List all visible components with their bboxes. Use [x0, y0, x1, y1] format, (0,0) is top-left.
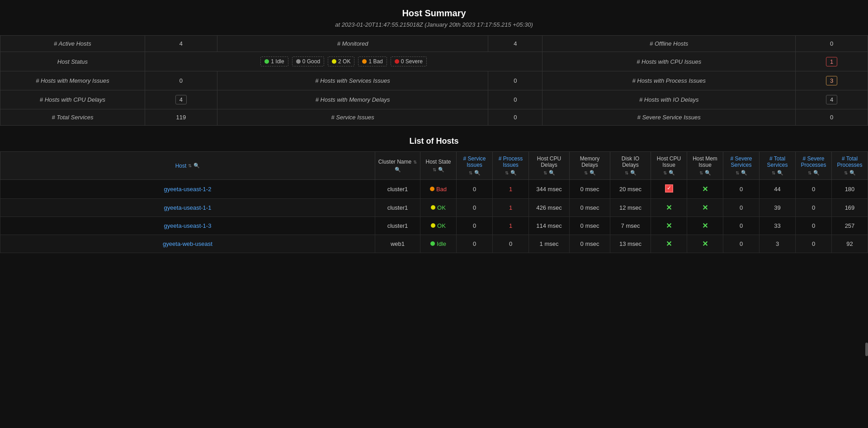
mem-issue-x: ✕ [702, 222, 708, 230]
total-processes-cell: 180 [832, 180, 868, 199]
active-hosts-label: # Active Hosts [0, 36, 145, 52]
service-issues-label: # Service Issues [217, 109, 488, 126]
monitored-label: # Monitored [217, 36, 488, 52]
status-idle[interactable]: 1 Idle [260, 56, 288, 66]
memory-delays-cell: 0 msec [570, 217, 610, 235]
cpu-issue-cell: ✕ [651, 235, 687, 253]
total-svc-sort-icon[interactable]: ⇅ [772, 170, 775, 175]
total-proc-sort-icon[interactable]: ⇅ [844, 170, 848, 175]
total-processes-cell: 92 [832, 235, 868, 253]
col-severe-services: # Severe Services ⇅ 🔍 [723, 152, 760, 180]
good-dot [296, 59, 301, 64]
mem-issue-x: ✕ [702, 185, 708, 193]
proc-issues-sort-icon[interactable]: ⇅ [505, 170, 509, 175]
cpu-issue-sort-icon[interactable]: ⇅ [663, 170, 667, 175]
status-good[interactable]: 0 Good [292, 56, 324, 66]
disk-io-delays-cell: 7 msec [610, 217, 651, 235]
host-filter-icon[interactable]: 🔍 [193, 163, 200, 169]
severe-services-cell: 0 [723, 180, 760, 199]
host-name-cell: gyeeta-useast-1-3 [0, 217, 375, 235]
process-issues-cell: 1 [493, 199, 529, 217]
mem-delays-filter-icon[interactable]: 🔍 [590, 170, 596, 176]
severe-processes-cell: 0 [796, 217, 832, 235]
cpu-delays-cell: 114 msec [529, 217, 570, 235]
mem-issue-x: ✕ [702, 204, 708, 212]
table-row: gyeeta-web-useastweb1Idle001 msec0 msec1… [0, 235, 868, 253]
cpu-issue-checkbox [665, 184, 673, 193]
service-issues-value: 0 [488, 109, 542, 126]
scrollbar-thumb[interactable] [865, 343, 868, 356]
svc-severe-filter-icon[interactable]: 🔍 [741, 170, 747, 176]
host-name-cell: gyeeta-useast-1-2 [0, 180, 375, 199]
state-dot [431, 223, 435, 228]
io-delays-filter-icon[interactable]: 🔍 [630, 170, 637, 176]
svc-severe-sort-icon[interactable]: ⇅ [736, 170, 739, 175]
host-link[interactable]: gyeeta-useast-1-3 [164, 222, 212, 229]
total-services-cell: 33 [760, 217, 796, 235]
memory-delays-value: 0 [488, 90, 542, 109]
mem-issue-cell: ✕ [687, 199, 723, 217]
sev-proc-filter-icon[interactable]: 🔍 [813, 170, 820, 176]
severe-service-issues-label: # Severe Service Issues [542, 109, 796, 126]
host-link[interactable]: gyeeta-web-useast [163, 240, 212, 247]
mem-issue-cell: ✕ [687, 235, 723, 253]
mem-issue-filter-icon[interactable]: 🔍 [705, 170, 711, 176]
process-issues-cell: 1 [493, 180, 529, 199]
host-status-cell: 1 Idle 0 Good 2 OK 1 Bad [145, 52, 542, 71]
cpu-delays-sort-icon[interactable]: ⇅ [543, 170, 547, 175]
status-ok[interactable]: 2 OK [328, 56, 354, 66]
cpu-issues-value: 1 [796, 52, 868, 71]
active-hosts-value: 4 [145, 36, 217, 52]
proc-issues-filter-icon[interactable]: 🔍 [510, 170, 517, 176]
severe-services-cell: 0 [723, 217, 760, 235]
state-filter-icon[interactable]: 🔍 [438, 167, 444, 173]
cpu-delays-value: 4 [145, 90, 217, 109]
page-subtitle: at 2023-01-20T11:47:55.215018Z (January … [0, 21, 868, 35]
services-issues-value: 0 [488, 71, 542, 90]
mem-issue-x: ✕ [702, 240, 708, 248]
status-severe[interactable]: 0 Severe [391, 56, 427, 66]
state-dot [431, 205, 435, 210]
cpu-delays-filter-icon[interactable]: 🔍 [549, 170, 555, 176]
host-link[interactable]: gyeeta-useast-1-2 [164, 186, 212, 193]
total-services-label: # Total Services [0, 109, 145, 126]
offline-hosts-label: # Offline Hosts [542, 36, 796, 52]
bad-dot [362, 59, 367, 64]
cpu-issues-label: # Hosts with CPU Issues [542, 52, 796, 71]
list-title: List of Hosts [0, 126, 868, 151]
ok-dot [332, 59, 336, 64]
col-process-issues: # Process Issues ⇅ 🔍 [493, 152, 529, 180]
svc-issues-filter-icon[interactable]: 🔍 [474, 170, 481, 176]
total-services-cell: 3 [760, 235, 796, 253]
status-bad[interactable]: 1 Bad [358, 56, 387, 66]
cpu-delays-cell: 1 msec [529, 235, 570, 253]
total-proc-filter-icon[interactable]: 🔍 [849, 170, 856, 176]
mem-delays-sort-icon[interactable]: ⇅ [584, 170, 588, 175]
disk-io-delays-cell: 12 msec [610, 199, 651, 217]
process-issues-cell: 0 [493, 235, 529, 253]
total-svc-filter-icon[interactable]: 🔍 [777, 170, 783, 176]
mem-issue-sort-icon[interactable]: ⇅ [699, 170, 703, 175]
table-row: gyeeta-useast-1-3cluster1OK01114 msec0 m… [0, 217, 868, 235]
col-host: Host ⇅ 🔍 [0, 152, 375, 180]
svc-issues-sort-icon[interactable]: ⇅ [469, 170, 472, 175]
state-sort-icon[interactable]: ⇅ [433, 167, 436, 172]
host-link[interactable]: gyeeta-useast-1-1 [164, 204, 212, 211]
state-dot [430, 241, 435, 246]
cluster-cell: cluster1 [375, 180, 420, 199]
col-memory-delays: Memory Delays ⇅ 🔍 [570, 152, 610, 180]
disk-io-delays-cell: 13 msec [610, 235, 651, 253]
host-sort-icon[interactable]: ⇅ [188, 163, 192, 168]
services-issues-label: # Hosts with Services Issues [217, 71, 488, 90]
io-delays-sort-icon[interactable]: ⇅ [625, 170, 628, 175]
summary-table: # Active Hosts 4 # Monitored 4 # Offline… [0, 35, 868, 126]
cluster-cell: cluster1 [375, 217, 420, 235]
col-cluster-name: Cluster Name ⇅ 🔍 [375, 152, 420, 180]
col-host-cpu-issue: Host CPU Issue ⇅ 🔍 [651, 152, 687, 180]
cluster-sort-icon[interactable]: ⇅ [413, 160, 417, 165]
sev-proc-sort-icon[interactable]: ⇅ [808, 170, 811, 175]
cluster-filter-icon[interactable]: 🔍 [395, 167, 401, 173]
severe-processes-cell: 0 [796, 180, 832, 199]
state-cell: Bad [420, 180, 457, 199]
cpu-issue-filter-icon[interactable]: 🔍 [669, 170, 675, 176]
